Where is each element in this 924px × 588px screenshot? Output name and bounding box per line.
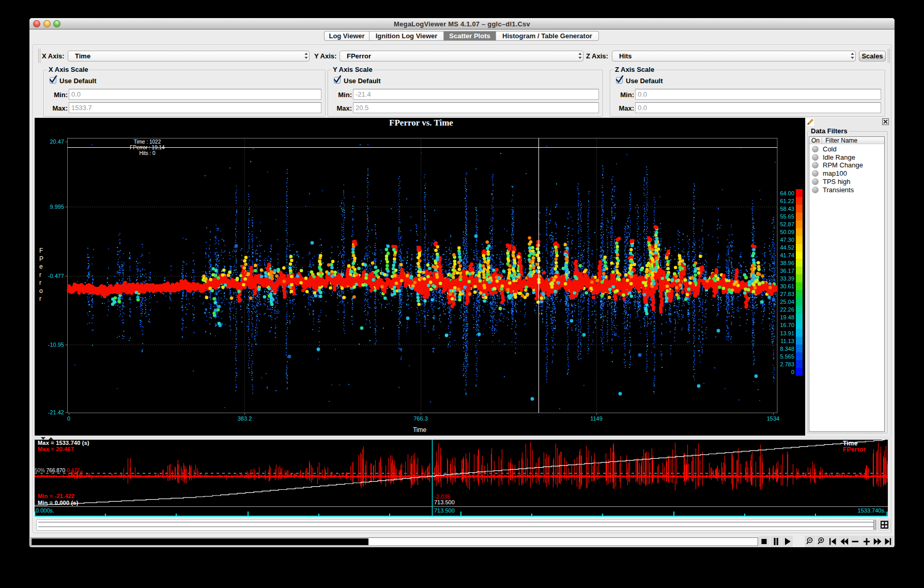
svg-text:r: r bbox=[39, 279, 41, 286]
svg-text:30.61: 30.61 bbox=[780, 283, 794, 289]
svg-text:16.70: 16.70 bbox=[780, 322, 794, 328]
svg-text:47.30: 47.30 bbox=[780, 237, 794, 243]
svg-text:0: 0 bbox=[67, 415, 70, 422]
svg-text:38.96: 38.96 bbox=[780, 260, 794, 266]
svg-text:25.04: 25.04 bbox=[780, 299, 794, 305]
svg-text:1534: 1534 bbox=[767, 415, 779, 422]
svg-text:20.47: 20.47 bbox=[50, 138, 64, 145]
svg-text:33.39: 33.39 bbox=[780, 275, 794, 282]
svg-text:27.83: 27.83 bbox=[780, 291, 794, 297]
svg-text:-21.42: -21.42 bbox=[48, 409, 64, 415]
svg-text:8.348: 8.348 bbox=[780, 346, 794, 352]
svg-text:22.26: 22.26 bbox=[780, 306, 794, 313]
svg-text:64.00: 64.00 bbox=[780, 190, 794, 196]
svg-text:0: 0 bbox=[791, 369, 794, 375]
svg-text:P: P bbox=[39, 255, 43, 262]
svg-text:1149: 1149 bbox=[590, 415, 603, 422]
svg-text:r: r bbox=[39, 295, 41, 302]
svg-text:9.995: 9.995 bbox=[50, 204, 64, 210]
svg-text:11.13: 11.13 bbox=[780, 338, 794, 344]
svg-text:36.17: 36.17 bbox=[780, 268, 794, 274]
svg-text:FPerror vs. Time: FPerror vs. Time bbox=[389, 118, 453, 128]
svg-text:41.74: 41.74 bbox=[780, 252, 794, 258]
svg-text:Time: Time bbox=[413, 426, 427, 434]
svg-text:2.783: 2.783 bbox=[780, 361, 794, 367]
svg-text:44.52: 44.52 bbox=[780, 244, 794, 251]
svg-text:e: e bbox=[39, 263, 43, 270]
svg-text:FPerror : 19.14: FPerror : 19.14 bbox=[130, 145, 165, 150]
svg-text:Time : 1022: Time : 1022 bbox=[134, 139, 161, 145]
svg-text:Hits : 0: Hits : 0 bbox=[139, 150, 156, 156]
svg-text:o: o bbox=[39, 287, 43, 295]
svg-text:19.48: 19.48 bbox=[780, 314, 794, 320]
svg-text:61.22: 61.22 bbox=[780, 198, 794, 204]
svg-text:58.43: 58.43 bbox=[780, 206, 794, 212]
svg-text:F: F bbox=[39, 247, 43, 254]
svg-text:766.3: 766.3 bbox=[413, 415, 428, 422]
svg-text:383.2: 383.2 bbox=[238, 415, 252, 422]
svg-text:55.65: 55.65 bbox=[780, 213, 794, 220]
svg-text:-0.477: -0.477 bbox=[48, 273, 64, 279]
svg-text:50.09: 50.09 bbox=[780, 229, 794, 235]
svg-text:13.91: 13.91 bbox=[780, 330, 794, 336]
svg-text:52.87: 52.87 bbox=[780, 221, 794, 227]
svg-text:r: r bbox=[39, 271, 41, 278]
svg-text:5.565: 5.565 bbox=[780, 353, 794, 360]
svg-text:-10.95: -10.95 bbox=[48, 342, 64, 348]
